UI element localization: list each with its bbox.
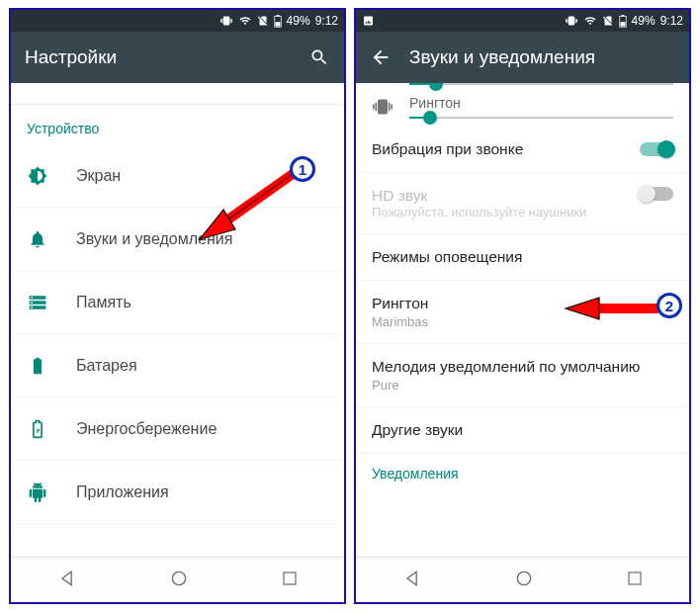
status-bar: 49% 9:12 bbox=[11, 10, 344, 32]
android-icon bbox=[27, 482, 48, 503]
settings-row-storage[interactable]: Память bbox=[11, 271, 344, 334]
pref-title: Мелодия уведомлений по умолчанию bbox=[372, 358, 640, 376]
nav-home-icon[interactable] bbox=[169, 569, 189, 592]
clock: 9:12 bbox=[660, 14, 683, 28]
pref-other-sounds[interactable]: Другие звуки bbox=[356, 407, 689, 454]
pref-vibrate-on-ring[interactable]: Вибрация при звонке bbox=[356, 127, 689, 173]
svg-marker-11 bbox=[566, 298, 599, 319]
svg-rect-2 bbox=[276, 15, 279, 16]
nav-back-icon[interactable] bbox=[402, 569, 422, 592]
row-label: Приложения bbox=[76, 483, 169, 501]
page-title: Звуки и уведомления bbox=[409, 46, 675, 68]
battery-percent: 49% bbox=[287, 14, 310, 28]
bell-icon bbox=[27, 228, 48, 250]
storage-icon bbox=[27, 292, 48, 313]
back-arrow-icon[interactable] bbox=[370, 46, 392, 68]
pref-title: Другие звуки bbox=[372, 421, 463, 439]
slider-label: Рингтон bbox=[409, 95, 673, 111]
annotation-badge-1: 1 bbox=[290, 156, 315, 182]
svg-rect-9 bbox=[629, 572, 641, 584]
row-label: Батарея bbox=[76, 357, 137, 375]
volume-slider[interactable] bbox=[409, 83, 673, 85]
annotation-badge-2: 2 bbox=[656, 293, 682, 318]
ringtone-slider[interactable] bbox=[409, 117, 673, 119]
pref-default-notification[interactable]: Мелодия уведомлений по умолчанию Pure bbox=[356, 344, 689, 407]
vibrate-icon bbox=[565, 15, 578, 27]
pref-title: Рингтон bbox=[372, 295, 428, 312]
row-label: Память bbox=[76, 294, 131, 311]
row-label: Экран bbox=[76, 167, 121, 185]
settings-row-apps[interactable]: Приложения bbox=[11, 461, 344, 524]
content-area: Устройство Экран Звуки и уведомления Пам… bbox=[11, 83, 344, 557]
battery-percent: 49% bbox=[632, 14, 656, 28]
display-icon bbox=[27, 165, 48, 187]
nav-recent-icon[interactable] bbox=[281, 569, 299, 591]
vibrate-icon bbox=[219, 15, 233, 27]
search-icon[interactable] bbox=[308, 46, 330, 68]
pref-title: HD звук bbox=[372, 187, 638, 205]
app-bar: Звуки и уведомления bbox=[356, 32, 689, 83]
phone-screenshot-left: 49% 9:12 Настройки Устройство Экран Звук… bbox=[9, 8, 346, 604]
pref-subtitle: Pure bbox=[372, 378, 398, 393]
battery-row-icon bbox=[27, 355, 48, 377]
annotation-arrow-1 bbox=[190, 166, 301, 243]
battery-icon bbox=[619, 15, 627, 28]
pref-alert-modes[interactable]: Режимы оповещения bbox=[356, 234, 689, 281]
svg-rect-1 bbox=[275, 22, 280, 26]
nav-home-icon[interactable] bbox=[514, 569, 534, 592]
svg-rect-4 bbox=[284, 572, 296, 584]
pref-subtitle: Marimbas bbox=[372, 314, 428, 329]
status-bar: 49% 9:12 bbox=[356, 10, 689, 32]
nav-recent-icon[interactable] bbox=[626, 569, 644, 591]
slider-row-partial bbox=[356, 83, 689, 91]
row-label: Энергосбережение bbox=[76, 420, 217, 438]
nav-back-icon[interactable] bbox=[57, 569, 77, 592]
no-sim-icon bbox=[602, 15, 614, 27]
svg-point-8 bbox=[517, 571, 530, 584]
no-sim-icon bbox=[257, 15, 269, 27]
clock: 9:12 bbox=[315, 14, 338, 28]
section-header-notifications: Уведомления bbox=[356, 454, 689, 489]
svg-point-3 bbox=[172, 571, 185, 584]
nav-bar bbox=[356, 557, 689, 602]
nav-bar bbox=[11, 557, 344, 602]
svg-rect-6 bbox=[620, 22, 625, 26]
settings-row-powersave[interactable]: Энергосбережение bbox=[11, 397, 344, 461]
pref-title: Режимы оповещения bbox=[372, 248, 522, 266]
power-save-icon bbox=[27, 418, 48, 440]
battery-icon bbox=[274, 15, 282, 28]
toggle-vibrate-on-ring[interactable] bbox=[640, 142, 673, 156]
app-bar: Настройки bbox=[11, 32, 344, 83]
toggle-hd-sound bbox=[640, 187, 673, 201]
pref-title: Вибрация при звонке bbox=[372, 140, 523, 158]
settings-row-battery[interactable]: Батарея bbox=[11, 334, 344, 397]
wifi-icon bbox=[238, 15, 252, 27]
vibrate-icon bbox=[372, 97, 394, 117]
slider-row-ringtone: Рингтон bbox=[356, 91, 689, 127]
section-header-device: Устройство bbox=[11, 105, 344, 144]
pref-hd-sound: HD звук Пожалуйста, используйте наушники bbox=[356, 173, 689, 234]
pref-subtitle: Пожалуйста, используйте наушники bbox=[372, 205, 638, 219]
divider-strip bbox=[11, 83, 344, 105]
page-title: Настройки bbox=[25, 46, 291, 68]
screenshot-saved-icon bbox=[362, 15, 375, 27]
annotation-arrow-2 bbox=[560, 295, 662, 324]
svg-rect-7 bbox=[621, 15, 624, 16]
wifi-icon bbox=[583, 15, 597, 27]
